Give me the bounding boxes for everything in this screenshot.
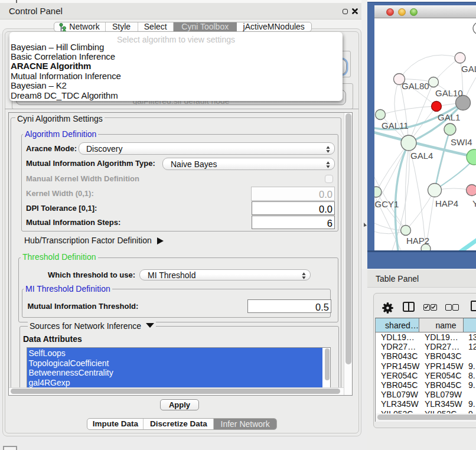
svg-text:GAL: GAL	[461, 64, 476, 74]
svg-text:SWI4: SWI4	[451, 137, 472, 147]
svg-text:GAL80: GAL80	[402, 81, 429, 91]
svg-text:GAL4: GAL4	[410, 151, 433, 161]
svg-text:Y: Y	[472, 198, 476, 208]
svg-text:GAL11: GAL11	[382, 120, 409, 131]
svg-text:GAL10: GAL10	[435, 88, 463, 98]
svg-text:HAP2: HAP2	[406, 236, 429, 246]
svg-text:HAP4: HAP4	[435, 198, 458, 208]
svg-text:GCY1: GCY1	[375, 199, 399, 209]
svg-text:GAL1: GAL1	[438, 112, 460, 122]
